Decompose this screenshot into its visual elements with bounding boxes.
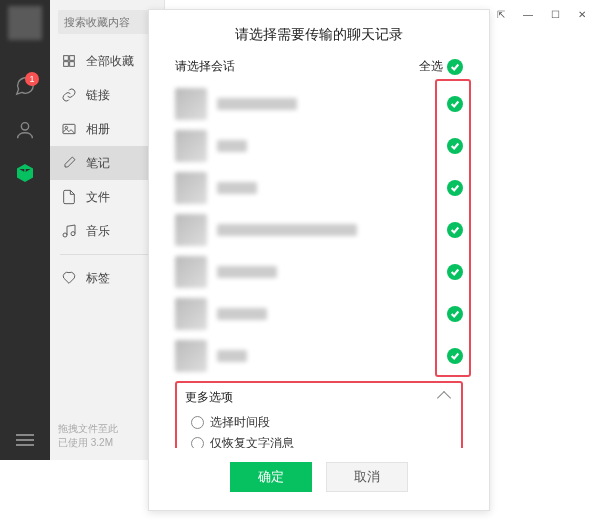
modal-title: 请选择需要传输的聊天记录 (149, 10, 489, 58)
check-icon[interactable] (447, 222, 463, 238)
chat-avatar (175, 88, 207, 120)
select-session-label: 请选择会话 (175, 58, 235, 75)
chat-avatar (175, 298, 207, 330)
svg-point-7 (63, 233, 67, 237)
sidebar-item-icon (60, 86, 78, 104)
unread-badge: 1 (25, 72, 39, 86)
sidebar-item-label: 文件 (86, 189, 110, 206)
sidebar-item[interactable]: 全部收藏 (50, 44, 164, 78)
chat-name (217, 350, 247, 362)
sidebar-item-label: 全部收藏 (86, 53, 134, 70)
close-icon[interactable]: ✕ (578, 9, 586, 20)
sidebar-item-icon (60, 269, 78, 287)
chat-row[interactable] (175, 125, 463, 167)
chat-avatar (175, 256, 207, 288)
sidebar-item-icon (60, 154, 78, 172)
chat-list (175, 83, 463, 377)
chevron-up-icon[interactable] (437, 390, 451, 404)
chat-avatar (175, 214, 207, 246)
maximize-icon[interactable]: ☐ (551, 9, 560, 20)
sidebar-item-label: 笔记 (86, 155, 110, 172)
chat-avatar (175, 340, 207, 372)
sidebar-item-label: 链接 (86, 87, 110, 104)
pin-icon[interactable]: ⇱ (497, 9, 505, 20)
cancel-button[interactable]: 取消 (326, 462, 408, 492)
svg-rect-1 (64, 56, 69, 61)
radio-icon (191, 416, 204, 429)
sidebar-item[interactable]: 文件 (50, 180, 164, 214)
option-time-range[interactable]: 选择时间段 (191, 414, 453, 431)
svg-rect-2 (70, 56, 75, 61)
contacts-icon[interactable] (13, 118, 37, 142)
svg-point-8 (71, 232, 75, 236)
more-options-panel: 更多选项 选择时间段 仅恢复文字消息 (175, 381, 463, 448)
chat-icon[interactable]: 1 (13, 74, 37, 98)
window-controls: ⇱ — ☐ ✕ (483, 0, 600, 28)
chat-row[interactable] (175, 83, 463, 125)
check-icon (447, 59, 463, 75)
chat-name (217, 98, 297, 110)
favorites-icon[interactable] (13, 162, 37, 186)
sidebar-item-icon (60, 222, 78, 240)
chat-avatar (175, 130, 207, 162)
sidebar-item-label: 音乐 (86, 223, 110, 240)
chat-row[interactable] (175, 209, 463, 251)
more-options-label[interactable]: 更多选项 (185, 389, 233, 406)
check-icon[interactable] (447, 306, 463, 322)
user-avatar[interactable] (8, 6, 42, 40)
chat-name (217, 308, 267, 320)
check-icon[interactable] (447, 138, 463, 154)
chat-avatar (175, 172, 207, 204)
chat-name (217, 182, 257, 194)
radio-icon (191, 437, 204, 448)
sidebar-item[interactable]: 链接 (50, 78, 164, 112)
chat-name (217, 224, 357, 236)
sidebar-item[interactable]: 音乐 (50, 214, 164, 248)
sidebar-item[interactable]: 相册 (50, 112, 164, 146)
chat-row[interactable] (175, 167, 463, 209)
select-all-toggle[interactable]: 全选 (419, 58, 463, 75)
chat-name (217, 266, 277, 278)
menu-icon[interactable] (13, 428, 37, 452)
transfer-chat-modal: 请选择需要传输的聊天记录 请选择会话 全选 更多选项 选择时间段 仅恢复文字消息 (148, 9, 490, 511)
sidebar-item-icon (60, 188, 78, 206)
chat-row[interactable] (175, 335, 463, 377)
svg-rect-4 (70, 62, 75, 67)
sidebar-item-label: 相册 (86, 121, 110, 138)
chat-row[interactable] (175, 293, 463, 335)
minimize-icon[interactable]: — (523, 9, 533, 20)
app-rail: 1 (0, 0, 50, 460)
chat-row[interactable] (175, 251, 463, 293)
check-icon[interactable] (447, 96, 463, 112)
sidebar-item[interactable]: 笔记 (50, 146, 164, 180)
svg-point-0 (21, 123, 28, 130)
sidebar-item[interactable]: 标签 (50, 261, 164, 295)
chat-name (217, 140, 247, 152)
sidebar-footer: 拖拽文件至此 已使用 3.2M (50, 416, 164, 460)
sidebar-item-label: 标签 (86, 270, 110, 287)
check-icon[interactable] (447, 180, 463, 196)
svg-rect-3 (64, 62, 69, 67)
search-input[interactable] (58, 10, 156, 34)
check-icon[interactable] (447, 348, 463, 364)
sidebar-item-icon (60, 52, 78, 70)
check-icon[interactable] (447, 264, 463, 280)
option-text-only[interactable]: 仅恢复文字消息 (191, 435, 453, 448)
sidebar-item-icon (60, 120, 78, 138)
ok-button[interactable]: 确定 (230, 462, 312, 492)
